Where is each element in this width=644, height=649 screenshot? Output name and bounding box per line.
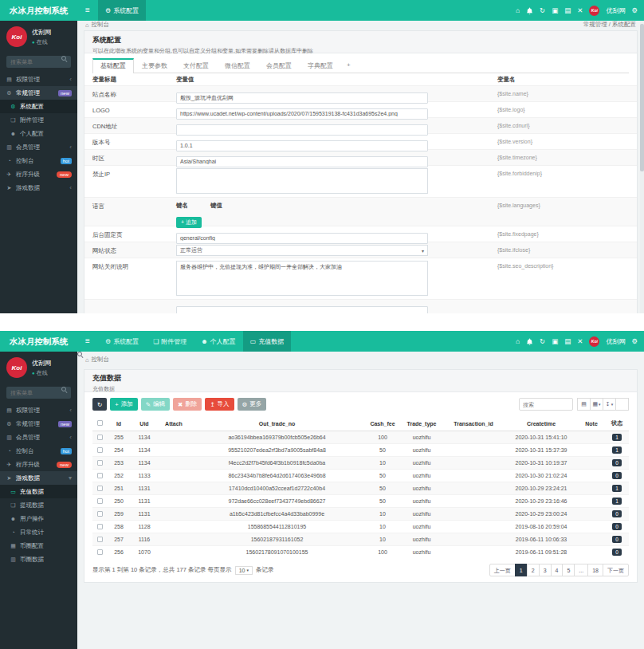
delete-button[interactable]: ✖删除 [173,398,202,411]
version-input[interactable] [176,140,428,151]
col-id[interactable]: Id [107,416,131,431]
partial-input[interactable] [176,306,428,314]
bell-icon[interactable] [526,338,533,345]
list-view-button[interactable]: ▤ [577,398,591,411]
sidebar-item-game-data[interactable]: ➤游戏数据‹ [0,181,77,195]
bell-icon[interactable] [526,7,533,14]
row-checkbox[interactable] [97,460,103,466]
more-button[interactable]: ⚙更多 [238,398,267,411]
search-button[interactable] [615,398,629,411]
table-row[interactable]: 25711161560218793116105210uozhifu2019-06… [92,533,629,546]
select-all-checkbox[interactable] [97,420,103,426]
table-row[interactable]: 2501131972dae66cc028eef73437749ebd866275… [92,495,629,508]
nav-tab-profile[interactable]: ☻个人配置 [194,331,242,352]
page-ellipsis[interactable]: ... [574,564,588,576]
sidebar-item-auth[interactable]: ▤权限管理‹ [0,403,77,417]
home-icon[interactable]: ⌂ [516,338,520,345]
table-row[interactable]: 251113117410dcd10400a52cceaf1d2722c40b45… [92,482,629,495]
box-icon[interactable]: ▣ [552,338,558,345]
tab-payment-config[interactable]: 支付配置 [175,58,217,73]
row-checkbox[interactable] [97,524,103,529]
status-badge[interactable]: 0 [612,536,622,543]
sidebar-item-user-actions[interactable]: ☻用户操作 [0,512,77,525]
col-attach[interactable]: Attach [158,416,190,431]
navbar-username[interactable]: 优刮网 [606,337,625,346]
settings-icon[interactable]: ⚙ [631,7,638,14]
nav-tab-recharge-data[interactable]: ▭充值数据 [243,331,292,352]
sidebar-item-dashboard[interactable]: ◔控制台hot [0,444,77,458]
row-checkbox[interactable] [97,511,103,517]
sidebar-item-attachments[interactable]: ❏附件管理 [0,113,77,127]
status-badge[interactable]: 0 [612,472,622,479]
cdn-input[interactable] [176,124,428,136]
sidebar-item-general[interactable]: ⚙常规管理new [0,417,77,431]
export-button[interactable]: ↧▾ [603,398,616,411]
forbidden-ip-textarea[interactable] [176,168,428,194]
col-trade-type[interactable]: Trade_type [401,416,442,431]
page-4[interactable]: 4 [551,564,564,576]
scrollbar-thumb[interactable] [640,24,644,171]
logo-input[interactable] [176,108,428,120]
col-status[interactable]: 状态 [605,416,629,431]
page-5[interactable]: 5 [562,564,575,576]
status-badge[interactable]: 0 [612,549,622,556]
refresh-button[interactable]: ↻ [92,398,107,411]
breadcrumb-home[interactable]: ⌂控制台 [85,356,109,364]
status-badge[interactable]: 0 [612,459,622,466]
row-checkbox[interactable] [97,447,103,453]
tab-member-config[interactable]: 会员配置 [258,58,300,73]
table-search-input[interactable] [519,398,573,411]
sidebar-item-coin-config[interactable]: ▦币圈配置 [0,539,77,553]
status-badge[interactable]: 0 [612,510,622,517]
close-note-textarea[interactable]: 服务器维护中，充值提现为准，维护期间一并全部解决，大家加油 [176,261,428,296]
page-next[interactable]: 下一页 [603,564,629,576]
table-row[interactable]: 252113386c23434b7b8fe64d2d6174063e496b85… [92,470,629,482]
sidebar-item-members[interactable]: ▥会员管理‹ [0,140,77,154]
sidebar-toggle-icon[interactable]: ≡ [77,331,98,352]
avatar[interactable]: Koi [589,336,599,347]
status-badge[interactable]: 1 [612,498,622,505]
columns-button[interactable]: ▦▾ [590,398,603,411]
edit-button[interactable]: ✎编辑 [141,398,170,411]
site-name-input[interactable] [176,92,428,104]
status-badge[interactable]: 1 [612,485,622,492]
status-badge[interactable]: 1 [612,446,622,454]
sidebar-item-recharge-data[interactable]: ▭充值数据 [0,485,77,498]
row-checkbox[interactable] [97,486,103,491]
select-all-header[interactable] [92,416,107,431]
append-button[interactable]: +追加 [176,217,202,228]
settings-icon[interactable]: ⚙ [631,338,638,345]
tab-dict-config[interactable]: 字典配置 [300,58,341,73]
nav-tab-attachments[interactable]: ❏附件管理 [146,331,194,352]
sidebar-item-profile[interactable]: ☻个人配置 [0,127,77,140]
fullscreen-icon[interactable]: ✕ [577,7,583,14]
site-status-select[interactable]: 正常运营▾ [176,245,428,256]
status-badge[interactable]: 1 [612,434,622,441]
home-icon[interactable]: ⌂ [516,7,520,14]
row-checkbox[interactable] [97,473,103,478]
sidebar-item-general[interactable]: ⚙常规管理new [0,86,77,100]
page-18[interactable]: 18 [587,564,603,576]
tab-wechat-config[interactable]: 微信配置 [217,58,258,73]
refresh-icon[interactable]: ↻ [540,7,545,14]
col-note[interactable]: Note [578,416,605,431]
table-row[interactable]: 2581128155868554411281019510uozhifu2019-… [92,521,629,533]
col-cash-fee[interactable]: Cash_fee [364,416,401,431]
refresh-icon[interactable]: ↻ [540,338,545,345]
page-2[interactable]: 2 [527,564,540,576]
sidebar-toggle-icon[interactable]: ≡ [77,0,98,21]
table-row[interactable]: 2541134955210207edea2rf3bd7a9005sabf84a8… [92,444,629,457]
sidebar-item-daily-stats[interactable]: ◔日常统计 [0,525,77,539]
box-icon[interactable]: ▣ [552,7,558,14]
table-row[interactable]: 2551134ao36194bbea169379b00fcb505e26b641… [92,431,629,444]
nav-tab-system-config[interactable]: ⚙系统配置 [98,331,146,352]
status-badge[interactable]: 0 [612,523,622,530]
tab-add[interactable]: + [341,58,356,73]
sidebar-item-dashboard[interactable]: ◔控制台hot [0,154,77,167]
timezone-input[interactable] [176,156,428,167]
row-checkbox[interactable] [97,549,103,555]
table-row[interactable]: 256107015602178091070100155100uozhifu201… [92,546,629,559]
col-uid[interactable]: Uid [131,416,158,431]
sidebar-item-upgrade[interactable]: ✈程序升级new [0,167,77,181]
tab-basic-config[interactable]: 基础配置 [92,58,134,73]
